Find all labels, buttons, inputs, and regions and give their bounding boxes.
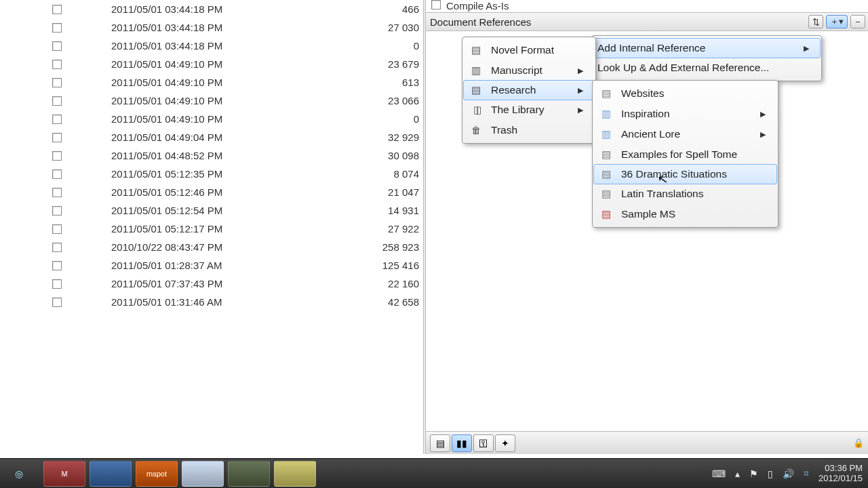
table-row[interactable]: 2011/05/01 07:37:43 PM22 160 <box>43 274 423 293</box>
row-checkbox[interactable] <box>52 169 62 179</box>
menu-item[interactable]: 36 Dramatic Situations <box>593 164 777 184</box>
menu-item[interactable]: Websites <box>594 83 776 104</box>
table-row[interactable]: 2011/05/01 03:44:18 PM466 <box>43 0 423 18</box>
add-reference-menu[interactable]: Add Internal Reference▶Look Up & Add Ext… <box>591 35 822 81</box>
menu-item[interactable]: Ancient Lore▶ <box>594 124 776 144</box>
taskbar-app[interactable]: M <box>43 461 85 487</box>
row-date: 2011/05/01 03:44:18 PM <box>71 3 308 15</box>
menu-item-label: Ancient Lore <box>621 128 680 140</box>
row-size: 22 160 <box>308 278 423 289</box>
book-icon <box>468 63 484 78</box>
docrefs-title: Document References <box>430 16 531 28</box>
system-tray[interactable]: ⌨ ▴ ⚑ ▯ 🔊 ⌗ 03:36 PM 2012/01/15 <box>712 464 863 484</box>
tray-chevron-icon[interactable]: ▴ <box>735 468 740 479</box>
doc-icon <box>468 83 484 98</box>
internal-reference-root-menu[interactable]: Novel FormatManuscript▶Research▶The Libr… <box>462 37 596 144</box>
notes-tab-icon[interactable]: ▤ <box>430 434 450 452</box>
row-checkbox[interactable] <box>52 96 62 106</box>
row-date: 2011/05/01 07:37:43 PM <box>71 278 308 289</box>
folder-icon <box>598 106 614 121</box>
table-row[interactable]: 2011/05/01 04:49:10 PM0 <box>43 110 423 128</box>
row-date: 2011/05/01 05:12:54 PM <box>71 205 308 216</box>
windows-taskbar[interactable]: ◎ Mmspot ⌨ ▴ ⚑ ▯ 🔊 ⌗ 03:36 PM 2012/01/15 <box>0 458 868 488</box>
menu-item[interactable]: Sample MS <box>594 204 776 224</box>
menu-item-label: Websites <box>621 87 664 100</box>
table-row[interactable]: 2011/05/01 03:44:18 PM0 <box>43 37 423 55</box>
keywords-tab-icon[interactable]: ⚿ <box>473 434 494 452</box>
taskbar-app[interactable] <box>274 461 316 487</box>
table-row[interactable]: 2011/05/01 01:28:37 AM125 416 <box>43 256 423 274</box>
row-checkbox[interactable] <box>52 279 62 289</box>
row-checkbox[interactable] <box>52 115 62 124</box>
menu-item[interactable]: Latin Translations <box>594 184 776 204</box>
table-row[interactable]: 2011/05/01 03:44:18 PM27 030 <box>43 18 423 37</box>
menu-item[interactable]: Examples for Spell Tome <box>594 144 776 165</box>
menu-item[interactable]: Look Up & Add External Reference... <box>593 58 820 78</box>
row-date: 2011/05/01 05:12:35 PM <box>71 168 308 180</box>
research-submenu[interactable]: WebsitesInspiration▶Ancient Lore▶Example… <box>592 80 778 228</box>
row-checkbox[interactable] <box>52 261 62 270</box>
row-checkbox[interactable] <box>52 151 62 161</box>
submenu-arrow-icon: ▶ <box>760 130 766 139</box>
row-size: 42 658 <box>308 296 423 308</box>
sort-button[interactable]: ⇅ <box>808 15 823 28</box>
menu-item[interactable]: Manuscript▶ <box>464 60 594 81</box>
add-reference-button[interactable]: ＋▾ <box>826 15 848 28</box>
row-checkbox[interactable] <box>52 60 62 69</box>
row-size: 23 066 <box>308 95 423 106</box>
table-row[interactable]: 2011/05/01 04:48:52 PM30 098 <box>43 146 423 165</box>
table-row[interactable]: 2011/05/01 04:49:04 PM32 929 <box>43 128 423 146</box>
row-checkbox[interactable] <box>52 298 62 307</box>
row-date: 2011/05/01 04:48:52 PM <box>71 150 308 161</box>
taskbar-app[interactable] <box>182 461 224 487</box>
trash-icon <box>468 123 484 138</box>
taskbar-app[interactable]: mspot <box>136 461 178 487</box>
clock[interactable]: 03:36 PM 2012/01/15 <box>818 464 863 484</box>
submenu-arrow-icon: ▶ <box>760 110 766 119</box>
menu-item[interactable]: Inspiration▶ <box>594 104 776 124</box>
menu-item-label: Inspiration <box>621 108 670 120</box>
row-size: 21 047 <box>308 186 423 198</box>
taskbar-app[interactable] <box>228 461 270 487</box>
table-row[interactable]: 2011/05/01 04:49:10 PM23 679 <box>43 55 423 73</box>
menu-item[interactable]: The Library▶ <box>464 100 594 120</box>
row-checkbox[interactable] <box>52 41 62 51</box>
row-checkbox[interactable] <box>52 5 62 14</box>
row-checkbox[interactable] <box>52 243 62 252</box>
row-checkbox[interactable] <box>52 23 62 33</box>
table-row[interactable]: 2011/05/01 04:49:10 PM23 066 <box>43 92 423 110</box>
table-row[interactable]: 2011/05/01 05:12:54 PM14 931 <box>43 201 423 220</box>
keyboard-icon[interactable]: ⌨ <box>712 468 726 479</box>
file-list[interactable]: 2011/05/01 03:44:18 PM4662011/05/01 03:4… <box>43 0 423 454</box>
doc2-icon <box>598 147 614 162</box>
references-tab-icon[interactable]: ▮▮ <box>452 434 472 452</box>
menu-item[interactable]: Trash <box>464 120 594 140</box>
menu-item[interactable]: Add Internal Reference▶ <box>593 38 821 58</box>
snapshots-tab-icon[interactable]: ✦ <box>495 434 515 452</box>
row-checkbox[interactable] <box>52 188 62 197</box>
row-checkbox[interactable] <box>52 133 62 142</box>
taskbar-app[interactable] <box>90 461 132 487</box>
row-checkbox[interactable] <box>52 224 62 234</box>
power-icon[interactable]: ▯ <box>768 468 773 479</box>
table-row[interactable]: 2011/05/01 05:12:35 PM8 074 <box>43 165 423 183</box>
remove-reference-button[interactable]: − <box>850 15 865 28</box>
dropbox-icon[interactable]: ⌗ <box>804 468 809 479</box>
compile-as-is-row[interactable]: Compile As-Is <box>426 0 868 12</box>
table-row[interactable]: 2011/05/01 05:12:17 PM27 922 <box>43 220 423 238</box>
table-row[interactable]: 2011/05/01 04:49:10 PM613 <box>43 73 423 92</box>
volume-icon[interactable]: 🔊 <box>783 468 794 479</box>
compile-checkbox[interactable] <box>431 0 441 9</box>
start-button[interactable]: ◎ <box>5 460 33 487</box>
table-row[interactable]: 2011/05/01 01:31:46 AM42 658 <box>43 293 423 311</box>
lock-icon[interactable]: 🔒 <box>853 438 864 448</box>
menu-item[interactable]: Novel Format <box>464 40 594 60</box>
table-row[interactable]: 2011/05/01 05:12:46 PM21 047 <box>43 183 423 201</box>
row-checkbox[interactable] <box>52 206 62 216</box>
flag-icon[interactable]: ⚑ <box>749 468 758 479</box>
table-row[interactable]: 2010/10/22 08:43:47 PM258 923 <box>43 238 423 256</box>
row-size: 466 <box>308 3 423 15</box>
menu-item-label: Research <box>491 84 536 96</box>
menu-item[interactable]: Research▶ <box>463 80 595 100</box>
row-checkbox[interactable] <box>52 78 62 87</box>
